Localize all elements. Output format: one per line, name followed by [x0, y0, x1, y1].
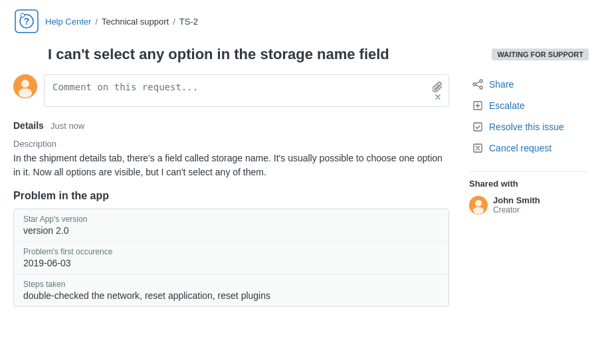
svg-point-8 [480, 86, 482, 89]
problem-row-value: 2019-06-03 [23, 258, 439, 268]
attach-icon [433, 82, 443, 100]
sidebar-action-share[interactable]: Share [469, 74, 589, 94]
problem-row-value: version 2.0 [23, 225, 439, 236]
problem-row-value: double-checked the network, reset applic… [23, 290, 439, 301]
breadcrumb-help-center[interactable]: Help Center [45, 17, 91, 27]
page-title: I can't select any option in the storage… [48, 46, 484, 63]
sidebar-action-cancel[interactable]: Cancel request [469, 138, 589, 158]
problem-title: Problem in the app [13, 190, 449, 202]
problem-row: Problem's first occurence 2019-06-03 [14, 241, 449, 274]
breadcrumb: Help Center / Technical support / TS-2 [45, 17, 198, 27]
sidebar-action-escalate[interactable]: Escalate [469, 96, 589, 116]
svg-point-5 [21, 80, 29, 88]
details-section: Details Just now Description In the ship… [13, 120, 449, 307]
problem-row-label: Problem's first occurence [23, 247, 439, 256]
resolve-icon [472, 121, 484, 133]
sidebar: Share Escalate Resolve this issue Cancel… [469, 74, 589, 318]
shared-with-section: Shared with John Smith Creator [469, 179, 589, 215]
svg-point-14 [475, 200, 482, 207]
svg-point-9 [473, 83, 476, 86]
breadcrumb-technical-support: Technical support [102, 17, 169, 27]
escalate-icon [472, 100, 484, 112]
problem-row-label: Star App's version [23, 215, 439, 224]
share-icon [472, 78, 484, 90]
breadcrumb-ticket-id: TS-2 [179, 17, 198, 27]
problem-row: Star App's version version 2.0 [14, 209, 449, 241]
details-time: Just now [50, 121, 84, 131]
description-title: Description [13, 139, 449, 149]
svg-point-7 [480, 80, 482, 82]
breadcrumb-sep-1: / [95, 17, 98, 27]
sidebar-actions: Share Escalate Resolve this issue Cancel… [469, 74, 589, 158]
main-layout: Details Just now Description In the ship… [0, 74, 602, 318]
breadcrumb-bar: ? Help Center / Technical support / TS-2 [0, 0, 602, 39]
user-avatar [13, 74, 37, 98]
ticket-icon [13, 41, 40, 68]
help-icon: ? [13, 8, 40, 35]
breadcrumb-sep-2: / [173, 17, 175, 27]
content-area: Details Just now Description In the ship… [13, 74, 469, 318]
problem-row-label: Steps taken [23, 280, 439, 289]
sidebar-action-label-share: Share [489, 79, 514, 90]
cancel-icon [472, 142, 484, 154]
svg-point-6 [19, 88, 32, 98]
status-badge: WAITING FOR SUPPORT [492, 48, 589, 60]
shared-person-name: John Smith [493, 195, 540, 205]
svg-text:?: ? [24, 16, 30, 27]
shared-person-role: Creator [493, 205, 540, 215]
sidebar-action-label-escalate: Escalate [489, 100, 525, 111]
svg-rect-11 [474, 123, 482, 131]
comment-row [13, 74, 449, 107]
details-header: Details Just now [13, 120, 449, 131]
sidebar-action-resolve[interactable]: Resolve this issue [469, 117, 589, 137]
title-row: I can't select any option in the storage… [0, 39, 602, 74]
shared-person-info: John Smith Creator [493, 195, 540, 215]
sidebar-action-label-resolve: Resolve this issue [489, 122, 564, 132]
comment-input-wrap[interactable] [44, 74, 449, 107]
problem-row: Steps taken double-checked the network, … [14, 274, 449, 306]
svg-point-3 [21, 13, 25, 17]
sidebar-divider [469, 171, 589, 172]
shared-person: John Smith Creator [469, 195, 589, 215]
problem-table: Star App's version version 2.0 Problem's… [13, 209, 449, 307]
sidebar-action-label-cancel: Cancel request [489, 143, 552, 153]
comment-input[interactable] [45, 75, 449, 104]
svg-point-15 [473, 207, 484, 214]
shared-person-avatar [469, 196, 488, 215]
details-label: Details [13, 120, 44, 131]
description-text: In the shipment details tab, there's a f… [13, 151, 449, 179]
shared-with-label: Shared with [469, 179, 589, 189]
